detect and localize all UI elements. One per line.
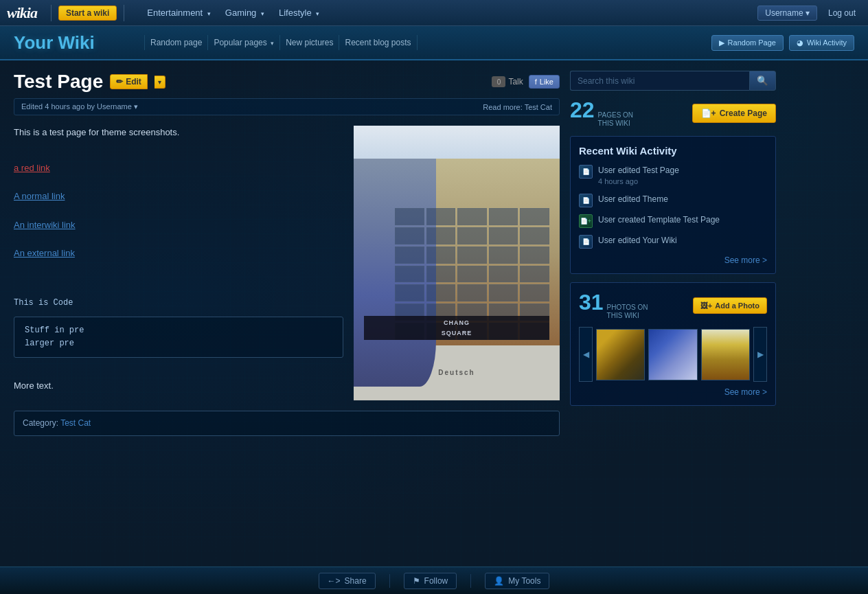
- activity-item-4: 📄 User edited Your Wiki: [579, 235, 767, 249]
- search-box: 🔍: [570, 71, 776, 91]
- external-link[interactable]: An external link: [14, 248, 75, 258]
- building-text: Deutsch: [438, 367, 475, 378]
- building-sign: CHANGSQUARE: [364, 316, 549, 340]
- sub-nav-links: Random page Popular pages ▾ New pictures…: [144, 35, 711, 50]
- random-page-button[interactable]: ▶ Random Page: [711, 35, 784, 51]
- read-more-text: Read more: Test Cat: [483, 103, 552, 111]
- category-bar: Category: Test Cat: [14, 411, 560, 436]
- wiki-activity-button[interactable]: ◕ Wiki Activity: [789, 35, 854, 51]
- photos-count-row: 31 PHOTOS ONTHIS WIKI 🖼+ Add a Photo: [579, 291, 767, 320]
- edit-icon-1: 📄: [579, 165, 593, 179]
- page-image-container: CHANGSQUARE Deutsch: [354, 126, 560, 400]
- see-more-photos[interactable]: See more >: [579, 387, 767, 397]
- photos-section: 31 PHOTOS ONTHIS WIKI 🖼+ Add a Photo ◀ ▶…: [570, 282, 776, 406]
- main-content: Test Page ✏ Edit ▾ 0 Talk f Like Edited …: [14, 71, 560, 436]
- gaming-link[interactable]: Gaming ▾: [220, 5, 270, 21]
- pages-count: 22 PAGES ONTHIS WIKI: [570, 99, 633, 128]
- top-nav-links: Entertainment ▾ Gaming ▾ Lifestyle ▾: [141, 5, 757, 21]
- photo-thumbnail-3[interactable]: [701, 329, 750, 380]
- edit-dropdown-button[interactable]: ▾: [155, 76, 165, 89]
- facebook-like-button[interactable]: f Like: [529, 75, 560, 89]
- my-tools-button[interactable]: 👤 My Tools: [485, 573, 549, 589]
- carousel-right-arrow[interactable]: ▶: [753, 327, 767, 382]
- talk-count: 0: [492, 76, 505, 87]
- interwiki-link[interactable]: An interwiki link: [14, 220, 76, 230]
- search-icon: 🔍: [757, 76, 768, 86]
- sub-navigation: Your Wiki Random page Popular pages ▾ Ne…: [0, 26, 868, 60]
- pages-label: PAGES ONTHIS WIKI: [598, 111, 634, 128]
- photos-carousel: ◀ ▶: [579, 327, 767, 382]
- username-dropdown-icon: ▾: [134, 102, 138, 111]
- search-input[interactable]: [570, 71, 749, 91]
- wikia-logo[interactable]: wikia: [7, 4, 37, 22]
- red-link[interactable]: a red link: [14, 163, 50, 173]
- photo-thumbnail-1[interactable]: [596, 329, 645, 380]
- carousel-left-arrow[interactable]: ◀: [579, 327, 593, 382]
- photo-thumbnail-2[interactable]: [648, 329, 697, 380]
- add-photo-button[interactable]: 🖼+ Add a Photo: [693, 297, 767, 314]
- activity-text-1: User edited Test Page 4 hours ago: [598, 165, 679, 187]
- recent-activity-title: Recent Wiki Activity: [579, 145, 767, 157]
- logout-button[interactable]: Log out: [823, 6, 861, 20]
- intro-text: This is a test page for theme screenshot…: [14, 126, 343, 140]
- start-wiki-button[interactable]: Start a wiki: [58, 5, 117, 21]
- activity-item-3: 📄+ User created Template Test Page: [579, 214, 767, 228]
- tools-icon: 👤: [494, 576, 504, 586]
- edit-info-text: Edited 4 hours ago by Username ▾: [21, 102, 138, 111]
- category-label: Category:: [23, 418, 60, 428]
- follow-button[interactable]: ⚑ Follow: [404, 573, 457, 589]
- normal-link[interactable]: A normal link: [14, 191, 65, 201]
- wiki-title: Your Wiki: [14, 32, 124, 54]
- pages-number: 22: [570, 99, 595, 121]
- username-arrow-icon: ▾: [806, 8, 810, 18]
- search-button[interactable]: 🔍: [749, 71, 776, 91]
- create-page-button[interactable]: 📄+ Create Page: [692, 104, 776, 123]
- content-with-image: This is a test page for theme screenshot…: [14, 126, 560, 400]
- nav-divider: [51, 5, 52, 21]
- pencil-icon: ✏: [116, 77, 123, 87]
- follow-icon: ⚑: [413, 576, 420, 586]
- create-page-icon: 📄+: [701, 108, 716, 118]
- sky-area: [354, 126, 560, 159]
- facebook-icon: f: [535, 78, 537, 86]
- pages-count-row: 22 PAGES ONTHIS WIKI 📄+ Create Page: [570, 99, 776, 128]
- page-content: This is a test page for theme screenshot…: [14, 126, 560, 436]
- activity-text-3: User created Template Test Page: [598, 214, 720, 226]
- footer-divider-1: [389, 574, 390, 588]
- category-link[interactable]: Test Cat: [60, 418, 91, 428]
- entertainment-link[interactable]: Entertainment ▾: [141, 5, 216, 21]
- lifestyle-arrow: ▾: [316, 10, 319, 17]
- edit-button[interactable]: ✏ Edit: [110, 74, 148, 89]
- page-image: CHANGSQUARE Deutsch: [354, 126, 560, 400]
- code-block: Stuff in pre larger pre: [14, 317, 343, 358]
- page-title: Test Page: [14, 71, 103, 93]
- activity-item-1: 📄 User edited Test Page 4 hours ago: [579, 165, 767, 187]
- share-button[interactable]: ←> Share: [319, 573, 376, 589]
- activity-text-2: User edited Theme: [598, 194, 668, 205]
- random-page-link[interactable]: Random page: [144, 35, 208, 50]
- nav-divider-2: [124, 5, 124, 21]
- wiki-activity-icon: ◕: [797, 38, 803, 47]
- recent-blog-posts-link[interactable]: Recent blog posts: [339, 35, 417, 50]
- random-page-icon: ▶: [719, 38, 724, 47]
- footer: ←> Share ⚑ Follow 👤 My Tools: [0, 567, 868, 594]
- popular-pages-arrow: ▾: [271, 40, 274, 47]
- recent-wiki-activity: Recent Wiki Activity 📄 User edited Test …: [570, 136, 776, 274]
- sidebar: 🔍 22 PAGES ONTHIS WIKI 📄+ Create Page Re…: [570, 71, 776, 436]
- photos-count: 31 PHOTOS ONTHIS WIKI: [579, 291, 648, 320]
- see-more-activity[interactable]: See more >: [579, 255, 767, 265]
- page-title-row: Test Page ✏ Edit ▾ 0 Talk f Like: [14, 71, 560, 93]
- share-icon: ←>: [328, 576, 341, 586]
- edit-icon-4: 📄: [579, 235, 593, 249]
- lifestyle-link[interactable]: Lifestyle ▾: [273, 5, 325, 21]
- talk-button[interactable]: 0 Talk: [492, 76, 523, 87]
- create-icon-3: 📄+: [579, 214, 593, 228]
- page-actions: 0 Talk f Like: [492, 75, 560, 89]
- username-button[interactable]: Username ▾: [757, 5, 817, 21]
- activity-item-2: 📄 User edited Theme: [579, 194, 767, 207]
- new-pictures-link[interactable]: New pictures: [280, 35, 339, 50]
- code-label: This is Code: [14, 297, 343, 310]
- popular-pages-link[interactable]: Popular pages ▾: [208, 35, 280, 50]
- main-wrapper: Test Page ✏ Edit ▾ 0 Talk f Like Edited …: [0, 60, 790, 446]
- more-text: More text.: [14, 379, 343, 393]
